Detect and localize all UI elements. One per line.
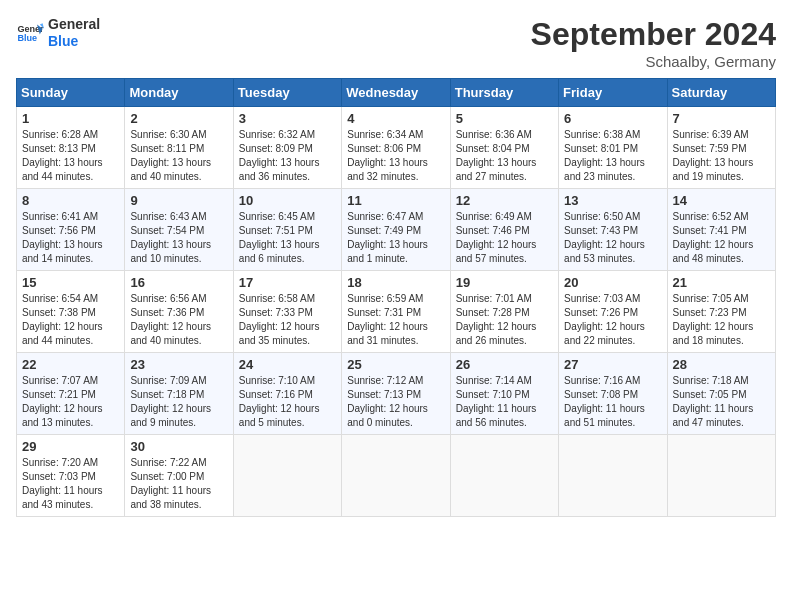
calendar-day-cell: 25Sunrise: 7:12 AMSunset: 7:13 PMDayligh… <box>342 353 450 435</box>
calendar: SundayMondayTuesdayWednesdayThursdayFrid… <box>16 78 776 517</box>
day-number: 3 <box>239 111 336 126</box>
day-info: Sunrise: 6:39 AMSunset: 7:59 PMDaylight:… <box>673 128 770 184</box>
day-info: Sunrise: 7:14 AMSunset: 7:10 PMDaylight:… <box>456 374 553 430</box>
calendar-day-cell: 1Sunrise: 6:28 AMSunset: 8:13 PMDaylight… <box>17 107 125 189</box>
logo: General Blue General Blue <box>16 16 100 50</box>
calendar-day-cell <box>559 435 667 517</box>
day-info: Sunrise: 7:05 AMSunset: 7:23 PMDaylight:… <box>673 292 770 348</box>
calendar-day-cell: 22Sunrise: 7:07 AMSunset: 7:21 PMDayligh… <box>17 353 125 435</box>
calendar-day-cell <box>450 435 558 517</box>
calendar-day-cell: 23Sunrise: 7:09 AMSunset: 7:18 PMDayligh… <box>125 353 233 435</box>
day-number: 8 <box>22 193 119 208</box>
day-info: Sunrise: 7:16 AMSunset: 7:08 PMDaylight:… <box>564 374 661 430</box>
day-info: Sunrise: 6:50 AMSunset: 7:43 PMDaylight:… <box>564 210 661 266</box>
day-info: Sunrise: 6:58 AMSunset: 7:33 PMDaylight:… <box>239 292 336 348</box>
location-title: Schaalby, Germany <box>531 53 776 70</box>
day-number: 21 <box>673 275 770 290</box>
day-number: 28 <box>673 357 770 372</box>
logo-icon: General Blue <box>16 19 44 47</box>
weekday-header-cell: Monday <box>125 79 233 107</box>
day-number: 18 <box>347 275 444 290</box>
day-number: 22 <box>22 357 119 372</box>
calendar-day-cell: 4Sunrise: 6:34 AMSunset: 8:06 PMDaylight… <box>342 107 450 189</box>
day-info: Sunrise: 6:36 AMSunset: 8:04 PMDaylight:… <box>456 128 553 184</box>
calendar-week-row: 8Sunrise: 6:41 AMSunset: 7:56 PMDaylight… <box>17 189 776 271</box>
calendar-day-cell: 26Sunrise: 7:14 AMSunset: 7:10 PMDayligh… <box>450 353 558 435</box>
day-number: 12 <box>456 193 553 208</box>
calendar-day-cell: 12Sunrise: 6:49 AMSunset: 7:46 PMDayligh… <box>450 189 558 271</box>
day-info: Sunrise: 6:47 AMSunset: 7:49 PMDaylight:… <box>347 210 444 266</box>
calendar-day-cell: 20Sunrise: 7:03 AMSunset: 7:26 PMDayligh… <box>559 271 667 353</box>
day-info: Sunrise: 6:30 AMSunset: 8:11 PMDaylight:… <box>130 128 227 184</box>
calendar-day-cell: 15Sunrise: 6:54 AMSunset: 7:38 PMDayligh… <box>17 271 125 353</box>
calendar-day-cell: 30Sunrise: 7:22 AMSunset: 7:00 PMDayligh… <box>125 435 233 517</box>
day-info: Sunrise: 6:38 AMSunset: 8:01 PMDaylight:… <box>564 128 661 184</box>
calendar-day-cell: 9Sunrise: 6:43 AMSunset: 7:54 PMDaylight… <box>125 189 233 271</box>
calendar-day-cell <box>667 435 775 517</box>
weekday-header-row: SundayMondayTuesdayWednesdayThursdayFrid… <box>17 79 776 107</box>
day-number: 1 <box>22 111 119 126</box>
logo-text-general: General <box>48 16 100 33</box>
weekday-header-cell: Sunday <box>17 79 125 107</box>
weekday-header-cell: Friday <box>559 79 667 107</box>
calendar-day-cell: 19Sunrise: 7:01 AMSunset: 7:28 PMDayligh… <box>450 271 558 353</box>
day-number: 29 <box>22 439 119 454</box>
day-info: Sunrise: 6:43 AMSunset: 7:54 PMDaylight:… <box>130 210 227 266</box>
day-number: 13 <box>564 193 661 208</box>
day-info: Sunrise: 6:54 AMSunset: 7:38 PMDaylight:… <box>22 292 119 348</box>
day-number: 26 <box>456 357 553 372</box>
day-number: 17 <box>239 275 336 290</box>
day-info: Sunrise: 6:41 AMSunset: 7:56 PMDaylight:… <box>22 210 119 266</box>
calendar-day-cell: 5Sunrise: 6:36 AMSunset: 8:04 PMDaylight… <box>450 107 558 189</box>
day-info: Sunrise: 6:49 AMSunset: 7:46 PMDaylight:… <box>456 210 553 266</box>
calendar-day-cell: 18Sunrise: 6:59 AMSunset: 7:31 PMDayligh… <box>342 271 450 353</box>
day-info: Sunrise: 7:07 AMSunset: 7:21 PMDaylight:… <box>22 374 119 430</box>
weekday-header-cell: Saturday <box>667 79 775 107</box>
day-number: 6 <box>564 111 661 126</box>
day-info: Sunrise: 7:03 AMSunset: 7:26 PMDaylight:… <box>564 292 661 348</box>
day-info: Sunrise: 6:59 AMSunset: 7:31 PMDaylight:… <box>347 292 444 348</box>
calendar-day-cell: 28Sunrise: 7:18 AMSunset: 7:05 PMDayligh… <box>667 353 775 435</box>
calendar-day-cell <box>342 435 450 517</box>
title-area: September 2024 Schaalby, Germany <box>531 16 776 70</box>
day-info: Sunrise: 7:22 AMSunset: 7:00 PMDaylight:… <box>130 456 227 512</box>
day-info: Sunrise: 6:34 AMSunset: 8:06 PMDaylight:… <box>347 128 444 184</box>
svg-text:Blue: Blue <box>17 33 37 43</box>
calendar-day-cell: 8Sunrise: 6:41 AMSunset: 7:56 PMDaylight… <box>17 189 125 271</box>
day-number: 27 <box>564 357 661 372</box>
calendar-day-cell: 21Sunrise: 7:05 AMSunset: 7:23 PMDayligh… <box>667 271 775 353</box>
calendar-week-row: 29Sunrise: 7:20 AMSunset: 7:03 PMDayligh… <box>17 435 776 517</box>
day-number: 25 <box>347 357 444 372</box>
calendar-week-row: 1Sunrise: 6:28 AMSunset: 8:13 PMDaylight… <box>17 107 776 189</box>
day-number: 10 <box>239 193 336 208</box>
calendar-week-row: 22Sunrise: 7:07 AMSunset: 7:21 PMDayligh… <box>17 353 776 435</box>
calendar-day-cell: 17Sunrise: 6:58 AMSunset: 7:33 PMDayligh… <box>233 271 341 353</box>
day-number: 24 <box>239 357 336 372</box>
calendar-day-cell: 27Sunrise: 7:16 AMSunset: 7:08 PMDayligh… <box>559 353 667 435</box>
weekday-header-cell: Tuesday <box>233 79 341 107</box>
calendar-day-cell: 11Sunrise: 6:47 AMSunset: 7:49 PMDayligh… <box>342 189 450 271</box>
day-number: 4 <box>347 111 444 126</box>
header: General Blue General Blue September 2024… <box>16 16 776 70</box>
day-info: Sunrise: 6:28 AMSunset: 8:13 PMDaylight:… <box>22 128 119 184</box>
day-info: Sunrise: 7:18 AMSunset: 7:05 PMDaylight:… <box>673 374 770 430</box>
day-info: Sunrise: 7:12 AMSunset: 7:13 PMDaylight:… <box>347 374 444 430</box>
calendar-day-cell: 24Sunrise: 7:10 AMSunset: 7:16 PMDayligh… <box>233 353 341 435</box>
month-title: September 2024 <box>531 16 776 53</box>
calendar-day-cell: 16Sunrise: 6:56 AMSunset: 7:36 PMDayligh… <box>125 271 233 353</box>
calendar-day-cell: 2Sunrise: 6:30 AMSunset: 8:11 PMDaylight… <box>125 107 233 189</box>
day-number: 19 <box>456 275 553 290</box>
day-number: 14 <box>673 193 770 208</box>
day-info: Sunrise: 6:32 AMSunset: 8:09 PMDaylight:… <box>239 128 336 184</box>
day-number: 11 <box>347 193 444 208</box>
day-number: 2 <box>130 111 227 126</box>
day-info: Sunrise: 6:45 AMSunset: 7:51 PMDaylight:… <box>239 210 336 266</box>
calendar-day-cell: 13Sunrise: 6:50 AMSunset: 7:43 PMDayligh… <box>559 189 667 271</box>
day-info: Sunrise: 6:56 AMSunset: 7:36 PMDaylight:… <box>130 292 227 348</box>
weekday-header-cell: Wednesday <box>342 79 450 107</box>
day-number: 15 <box>22 275 119 290</box>
day-number: 7 <box>673 111 770 126</box>
calendar-day-cell: 6Sunrise: 6:38 AMSunset: 8:01 PMDaylight… <box>559 107 667 189</box>
calendar-week-row: 15Sunrise: 6:54 AMSunset: 7:38 PMDayligh… <box>17 271 776 353</box>
day-info: Sunrise: 7:09 AMSunset: 7:18 PMDaylight:… <box>130 374 227 430</box>
